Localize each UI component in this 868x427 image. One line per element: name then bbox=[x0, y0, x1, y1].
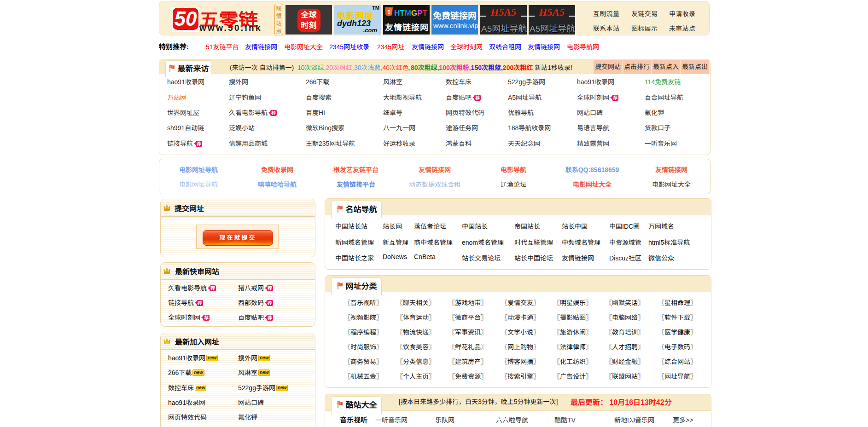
svg-text:5: 5 bbox=[387, 9, 390, 15]
